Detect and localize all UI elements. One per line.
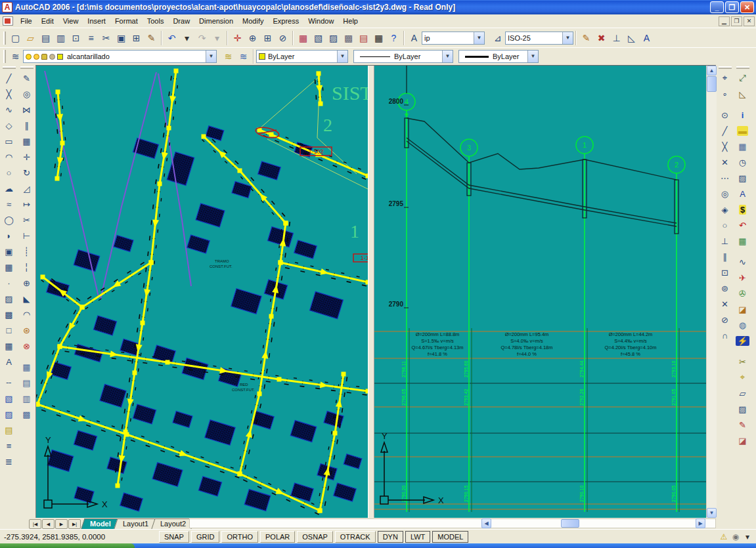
box1-icon[interactable]: ▱ [735, 385, 751, 401]
plan-viewport[interactable]: SIST211-1021-10TRAMOCONST.FUT.REDCONST.F… [36, 66, 368, 518]
dist-icon[interactable]: ╌ [1, 375, 17, 390]
chart-icon[interactable]: ◪ [735, 301, 751, 317]
snap-temp-icon[interactable]: ⌖ [717, 70, 733, 86]
plot-icon[interactable]: ▥ [53, 30, 68, 45]
open-icon[interactable]: ▱ [23, 30, 38, 45]
redo-dropdown-icon[interactable]: ▾ [210, 30, 225, 45]
snap-none-icon[interactable]: ⊘ [717, 312, 733, 327]
layers-manager-icon[interactable]: ≋ [8, 49, 23, 64]
lineweight-combo[interactable]: ByLayer ▼ [458, 50, 539, 63]
money-icon[interactable]: $ [735, 201, 751, 217]
snap-parallel-icon[interactable]: ∥ [717, 249, 733, 264]
text-style-icon[interactable]: A [407, 30, 422, 45]
menu-edit[interactable]: Edit [37, 16, 58, 26]
break-icon[interactable]: ╎ [19, 259, 35, 275]
close-button[interactable]: ✕ [740, 1, 754, 13]
snap-node-icon[interactable]: ⊚ [717, 280, 733, 296]
restore-button[interactable]: ❐ [725, 1, 739, 13]
spline-icon[interactable]: ≈ [1, 196, 17, 212]
viewport4-icon[interactable]: ▩ [19, 406, 35, 422]
redo-icon[interactable]: ↷ [194, 30, 210, 45]
start-button[interactable] [0, 543, 135, 548]
hatch-zoom-icon[interactable]: ▨ [735, 170, 751, 186]
paste-icon[interactable]: ⊞ [129, 30, 144, 45]
lightning-icon[interactable]: ⚡ [735, 333, 751, 348]
mdi-close-button[interactable]: ✕ [744, 16, 755, 26]
scroll-down-button[interactable]: ▼ [707, 508, 717, 518]
hscroll-right-button[interactable]: ▶ [696, 518, 705, 528]
toolbar-lock-icon[interactable]: ◉ [730, 532, 742, 541]
menu-file[interactable]: File [16, 16, 37, 26]
osnap-settings-icon[interactable]: ∩ [717, 327, 733, 343]
mirror-icon[interactable]: ⋈ [19, 102, 35, 117]
construction-line-icon[interactable]: ╳ [1, 86, 17, 102]
menu-window[interactable]: Window [303, 16, 338, 26]
dim-style-combo-arrow[interactable]: ▼ [562, 32, 573, 44]
sketch-red-icon[interactable]: ⊗ [19, 338, 35, 354]
annotation-icon[interactable]: A [639, 30, 654, 45]
warning-icon[interactable]: ⚠ [718, 532, 730, 541]
vscroll-thumb[interactable] [707, 76, 717, 92]
menu-modify[interactable]: Modify [238, 16, 268, 26]
rotate-icon[interactable]: ↻ [19, 165, 35, 180]
snap-extension-icon[interactable]: ⋯ [717, 170, 733, 186]
tab-first-button[interactable]: |◀ [29, 519, 41, 529]
coordinates-display[interactable]: -275.3924, 2581.9385, 0.0000 [3, 533, 159, 541]
status-toggle-model[interactable]: MODEL [432, 531, 468, 543]
table2-icon[interactable]: ▦ [735, 138, 751, 154]
revcloud-icon[interactable]: ☁ [1, 180, 17, 196]
dim-style-combo[interactable]: ISO-25▼ [505, 32, 573, 45]
area-icon[interactable]: ◺ [735, 86, 751, 102]
snap-endpoint-icon[interactable]: ⊙ [717, 107, 733, 123]
tab-layout1[interactable]: Layout1 [114, 518, 157, 529]
clip-icon[interactable]: ✂ [735, 354, 751, 369]
text-style-combo[interactable]: ip▼ [422, 32, 485, 45]
text-style-combo-arrow[interactable]: ▼ [474, 32, 484, 44]
plane-icon[interactable]: ✈ [735, 270, 751, 285]
offset-icon[interactable]: ∥ [19, 117, 35, 133]
break-point-icon[interactable]: ┊ [19, 243, 35, 259]
array-icon[interactable]: ▦ [19, 133, 35, 149]
viewport2-icon[interactable]: ▤ [19, 375, 35, 390]
trim-icon[interactable]: ✂ [19, 212, 35, 228]
move-icon[interactable]: ✛ [19, 149, 35, 165]
redline-icon[interactable]: ✎ [735, 417, 751, 432]
region-icon[interactable]: □ [1, 322, 17, 338]
drawing-icon[interactable] [3, 16, 13, 26]
rectangle-icon[interactable]: ▭ [1, 133, 17, 149]
text-find-icon[interactable]: A [735, 186, 751, 201]
copy-icon[interactable]: ▣ [114, 30, 129, 45]
erase-icon[interactable]: ✎ [19, 70, 35, 86]
layer-color-swatch[interactable] [57, 54, 63, 60]
hatch3-icon[interactable]: ▨ [1, 406, 17, 422]
snap-center-icon[interactable]: ◎ [717, 186, 733, 201]
block-editor-icon[interactable]: ▧ [311, 30, 326, 45]
hatch-icon[interactable]: ▨ [1, 291, 17, 306]
viewport3-icon[interactable]: ▥ [19, 390, 35, 406]
chamfer-icon[interactable]: ◣ [19, 291, 35, 306]
undo-dropdown-icon[interactable]: ▾ [179, 30, 194, 45]
viewport-divider[interactable] [368, 66, 374, 518]
snap-midpoint-icon[interactable]: ╱ [717, 123, 733, 138]
menu-tools[interactable]: Tools [143, 16, 169, 26]
snap-nearest-icon[interactable]: ✕ [717, 296, 733, 312]
plot-preview-icon[interactable]: ⊡ [68, 30, 83, 45]
sheet-set-manager-icon[interactable]: ▦ [296, 30, 311, 45]
menu-help[interactable]: Help [338, 16, 363, 26]
match-properties-icon[interactable]: ✎ [144, 30, 159, 45]
menu-express[interactable]: Express [268, 16, 303, 26]
linetype-combo-arrow[interactable]: ▼ [442, 51, 453, 62]
globe-icon[interactable]: ◍ [735, 317, 751, 333]
calculator-icon[interactable]: ▦ [371, 30, 386, 45]
status-menu-arrow-icon[interactable]: ▾ [742, 532, 753, 541]
zoom-window-icon[interactable]: ⊞ [260, 30, 275, 45]
mtext-icon[interactable]: A [1, 354, 17, 369]
properties-icon[interactable]: ▨ [326, 30, 341, 45]
pan-realtime-icon[interactable]: ✛ [230, 30, 245, 45]
arc-icon[interactable]: ◠ [1, 149, 17, 165]
color-combo-arrow[interactable]: ▼ [337, 51, 347, 62]
status-toggle-dyn[interactable]: DYN [378, 531, 403, 543]
time-icon[interactable]: ◷ [735, 154, 751, 170]
box2-icon[interactable]: ▨ [735, 401, 751, 417]
designcenter-icon[interactable]: ▩ [341, 30, 356, 45]
